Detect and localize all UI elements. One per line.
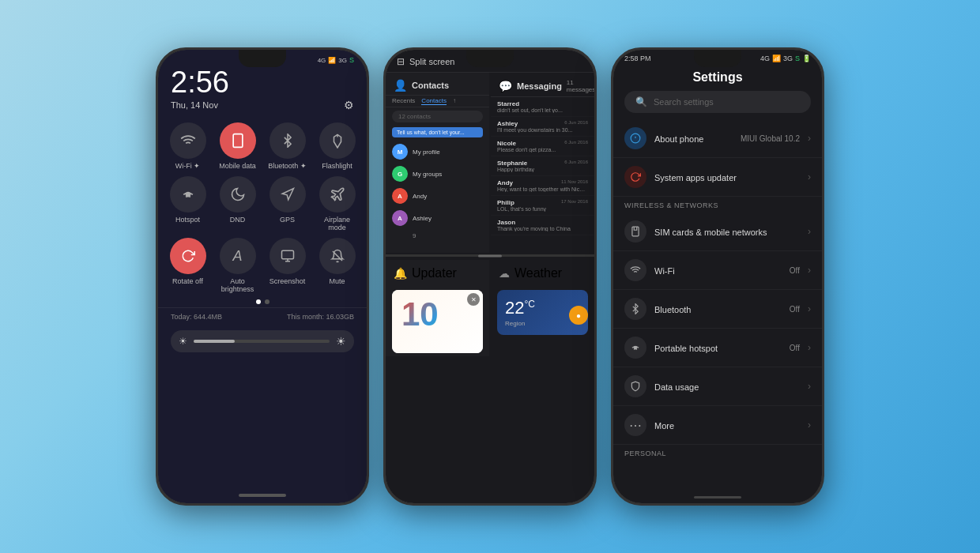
msg-stephanie[interactable]: Stephanie 6 Jun 2016 Happy birthday <box>491 156 594 176</box>
msg-ashley[interactable]: Ashley 6 Jun 2016 I'll meet you downstai… <box>491 117 594 137</box>
p2-messages-panel: 💬 Messaging 11 messages Starred didn't s… <box>491 73 594 253</box>
dot-active <box>256 299 261 304</box>
setting-data-usage[interactable]: Data usage › <box>613 367 822 406</box>
search-icon: 🔍 <box>635 96 647 107</box>
svg-rect-0 <box>233 134 243 148</box>
p3-status-time: 2:58 PM <box>624 55 651 62</box>
toggle-autobrightness-btn[interactable]: A <box>220 238 256 274</box>
split-screen-icon: ⊟ <box>397 56 405 67</box>
toggle-gps: GPS <box>266 176 309 231</box>
contact-my-groups[interactable]: G My groups <box>386 163 489 185</box>
toggle-airplane-btn[interactable] <box>319 176 356 213</box>
sim-icon <box>624 220 646 243</box>
svg-rect-5 <box>281 250 293 259</box>
p2-contacts-panel: 👤 Contacts Recents Contacts ↑ 12 contact… <box>386 73 489 253</box>
contact-my-profile[interactable]: M My profile <box>386 141 489 163</box>
toggle-hotspot: Hotspot <box>166 176 209 231</box>
p2-weather-panel: ☁ Weather 22°C Region ● <box>491 260 594 356</box>
p2-weather-fab[interactable]: ● <box>569 306 588 325</box>
miui-logo-number: 10 <box>401 298 473 331</box>
bluetooth-setting-text: Bluetooth <box>654 302 782 316</box>
tab-contacts[interactable]: Contacts <box>421 97 447 105</box>
p2-split-header: ⊟ Split screen <box>386 50 594 73</box>
more-setting-text: More <box>654 418 800 432</box>
contact-name-andy: Andy <box>413 193 427 200</box>
toggle-autobrightness-label: Auto brightness <box>216 277 259 293</box>
p2-updater-title: Updater <box>412 266 457 280</box>
p2-split-label: Split screen <box>409 57 454 66</box>
gear-icon[interactable]: ⚙ <box>344 99 354 111</box>
setting-about-phone[interactable]: About phone MIUI Global 10.2 › <box>613 119 822 158</box>
p2-weather-header: ☁ Weather <box>491 260 594 287</box>
updater-icon: 🔔 <box>394 267 407 280</box>
p3-search-bar[interactable]: 🔍 Search settings <box>624 91 811 113</box>
setting-bluetooth[interactable]: Bluetooth Off › <box>613 290 822 329</box>
tab-sort[interactable]: ↑ <box>453 97 456 105</box>
msg-jason[interactable]: Jason Thank you're moving to China <box>491 216 594 235</box>
data-usage-name: Data usage <box>654 382 699 392</box>
p1-toggles-grid: Wi-Fi ✦ Mobile data Bluetooth ✦ <box>158 119 367 296</box>
sim-cards-name: SIM cards & mobile networks <box>654 228 767 237</box>
setting-wifi[interactable]: Wi-Fi Off › <box>613 251 822 290</box>
messaging-icon: 💬 <box>499 80 512 92</box>
toggle-rotate: Rotate off <box>166 238 209 293</box>
msg-nicole[interactable]: Nicole 6 Jun 2016 Please don't get pizza… <box>491 137 594 156</box>
toggle-bluetooth-btn[interactable] <box>270 122 306 159</box>
more-setting-name: More <box>654 421 674 431</box>
phone-2: ⊟ Split screen 👤 Contacts Recents Contac… <box>383 47 597 506</box>
data-usage-chevron: › <box>808 381 811 392</box>
phone-1-screen: 4G 📶 3G S 2:56 Thu, 14 Nov ⚙ Wi-Fi ✦ <box>158 50 367 503</box>
toggle-screenshot-btn[interactable] <box>270 238 306 274</box>
sun-icon: ☀ <box>179 336 187 347</box>
toggle-rotate-btn[interactable] <box>170 238 206 274</box>
toggle-rotate-label: Rotate off <box>172 277 203 285</box>
toggle-hotspot-label: Hotspot <box>175 216 200 224</box>
toggle-mobiledata-btn[interactable] <box>220 122 256 159</box>
hotspot-setting-text: Portable hotspot <box>654 340 782 355</box>
p1-time-display: 2:56 <box>158 67 367 97</box>
p2-close-card-btn[interactable]: ✕ <box>467 293 480 306</box>
tab-recents[interactable]: Recents <box>392 97 415 105</box>
toggle-mute-label: Mute <box>329 277 345 285</box>
bluetooth-setting-name: Bluetooth <box>654 305 691 314</box>
p2-top-half: 👤 Contacts Recents Contacts ↑ 12 contact… <box>386 73 594 254</box>
p2-updater-panel: 🔔 Updater 10 ✕ <box>386 260 489 356</box>
p2-split-divider[interactable] <box>386 254 594 257</box>
bluetooth-icon <box>624 298 646 320</box>
contact-avatar-mygroups: G <box>392 166 408 182</box>
msg-starred[interactable]: Starred didn't set out, don't let yo... <box>491 97 594 117</box>
data-usage-text: Data usage <box>654 379 800 393</box>
p3-search-placeholder: Search settings <box>654 97 714 107</box>
msg-philip[interactable]: Philip 17 Nov 2016 LOL, that's so funny <box>491 196 594 216</box>
svg-point-3 <box>186 193 190 197</box>
contact-name-myprofile: My profile <box>413 149 440 156</box>
wifi-setting-value: Off <box>790 266 800 275</box>
p2-contacts-search[interactable]: 12 contacts <box>392 111 483 122</box>
contact-ashley[interactable]: A Ashley <box>386 207 489 229</box>
setting-sim-cards[interactable]: SIM cards & mobile networks › <box>613 213 822 251</box>
dot-inactive <box>265 299 270 304</box>
toggle-wifi-btn[interactable] <box>170 122 206 159</box>
wifi-icon <box>624 259 646 281</box>
system-updater-chevron: › <box>808 171 811 182</box>
toggle-bluetooth: Bluetooth ✦ <box>266 122 309 170</box>
toggle-gps-btn[interactable] <box>270 176 306 213</box>
sim-cards-chevron: › <box>808 226 811 237</box>
p1-brightness-slider[interactable]: ☀ ☀ <box>171 330 354 352</box>
toggle-flashlight-btn[interactable] <box>319 122 356 159</box>
p1-brightness-fill <box>194 340 235 343</box>
toggle-dnd-label: DND <box>230 216 246 224</box>
p3-personal-section-label: PERSONAL <box>613 445 822 461</box>
msg-andy[interactable]: Andy 11 Nov 2016 Hey, want to get togeth… <box>491 176 594 196</box>
p3-wireless-section-label: WIRELESS & NETWORKS <box>613 197 822 213</box>
contact-andy[interactable]: A Andy <box>386 185 489 207</box>
setting-hotspot[interactable]: Portable hotspot Off › <box>613 329 822 367</box>
p3-settings-title: Settings <box>613 66 822 91</box>
toggle-dnd-btn[interactable] <box>220 176 256 213</box>
setting-system-updater[interactable]: System apps updater › <box>613 158 822 197</box>
toggle-mute-btn[interactable] <box>319 238 356 274</box>
p2-contacts-tabs: Recents Contacts ↑ <box>386 96 489 107</box>
setting-more[interactable]: ⋯ More › <box>613 406 822 445</box>
toggle-hotspot-btn[interactable] <box>170 176 206 213</box>
p3-status-bar: 2:58 PM 4G 📶 3G S 🔋 <box>613 50 822 66</box>
